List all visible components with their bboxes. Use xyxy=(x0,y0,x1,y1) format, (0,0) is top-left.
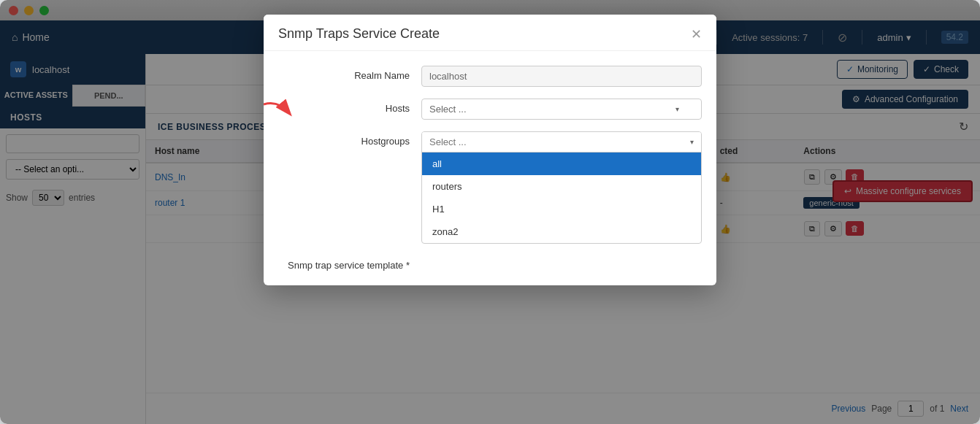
hosts-row: Hosts Select ... ▾ xyxy=(278,99,702,120)
hosts-dropdown-arrow: ▾ xyxy=(675,105,679,113)
hostgroups-search-input[interactable] xyxy=(429,132,690,152)
modal-dialog: Snmp Traps Service Create ✕ Realm Name xyxy=(264,15,716,285)
hosts-select[interactable]: Select ... ▾ xyxy=(421,99,702,120)
realm-name-label: Realm Name xyxy=(278,66,410,81)
modal-title: Snmp Traps Service Create xyxy=(278,26,440,42)
realm-name-control xyxy=(421,66,702,87)
modal-overlay: Snmp Traps Service Create ✕ Realm Name xyxy=(0,0,980,424)
modal-body: Realm Name xyxy=(264,51,716,285)
dropdown-item-h1[interactable]: H1 xyxy=(422,198,701,220)
hosts-placeholder: Select ... xyxy=(429,104,467,115)
dropdown-item-routers[interactable]: routers xyxy=(422,175,701,198)
arrow-annotation xyxy=(264,99,300,130)
dropdown-item-zona2[interactable]: zona2 xyxy=(422,220,701,243)
hostgroups-row: Hostgroups ▾ all routers H1 zona2 xyxy=(278,131,702,244)
hostgroups-label: Hostgroups xyxy=(278,131,410,147)
realm-name-row: Realm Name xyxy=(278,66,702,87)
realm-name-input[interactable] xyxy=(421,66,702,87)
hostgroups-control: ▾ all routers H1 zona2 xyxy=(421,131,702,244)
dropdown-item-all[interactable]: all xyxy=(422,153,701,175)
template-row: Snmp trap service template * xyxy=(278,255,702,271)
hostgroups-dropdown[interactable]: ▾ all routers H1 zona2 xyxy=(421,131,702,244)
modal-close-button[interactable]: ✕ xyxy=(691,28,702,41)
modal-header: Snmp Traps Service Create ✕ xyxy=(264,15,716,51)
window: ⌂ Home 📋 Audit 🖧 Infrastructure Logged u… xyxy=(0,0,980,424)
template-label: Snmp trap service template * xyxy=(278,255,410,271)
hosts-control: Select ... ▾ xyxy=(421,99,702,120)
dropdown-search-row: ▾ xyxy=(422,132,701,153)
dropdown-close-arrow: ▾ xyxy=(690,138,694,146)
